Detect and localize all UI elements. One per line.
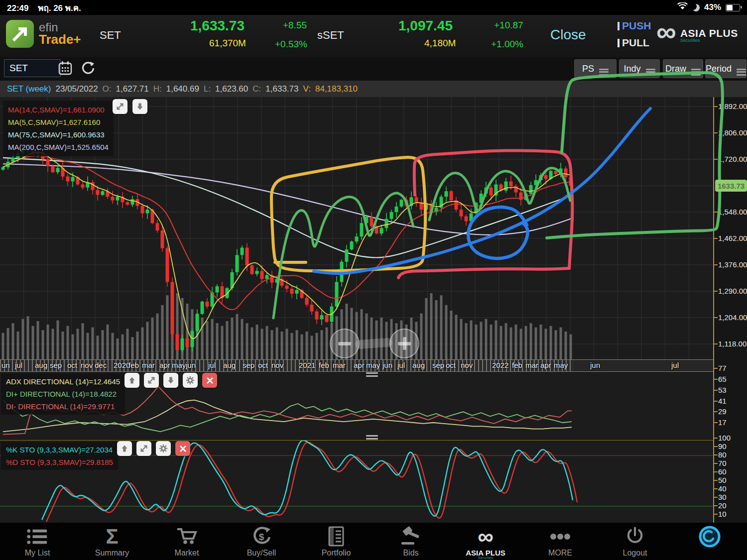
- time-axis-scrollbar[interactable]: unjulaugsepoctnovdec2020febmaraprmayjunj…: [0, 359, 713, 372]
- wifi-icon: [677, 2, 688, 13]
- chart-menu-button-indy[interactable]: Indy: [619, 59, 660, 78]
- nav-label: Bids: [403, 549, 418, 558]
- chart-info-item: 84,183,310: [315, 84, 358, 94]
- nav-item-market[interactable]: Market: [149, 523, 224, 560]
- arrow-up-button[interactable]: [124, 373, 139, 388]
- chart-menu-button-draw[interactable]: Draw: [663, 59, 703, 78]
- push-toggle[interactable]: PUSH: [618, 20, 651, 32]
- svg-text:$: $: [259, 532, 264, 542]
- axis-tick-mark: [714, 463, 718, 464]
- price-tick: 1,290.00: [718, 287, 747, 295]
- axis-tick-mark: [714, 497, 718, 498]
- nav-item-more[interactable]: MORE: [523, 523, 598, 560]
- app-header: efin Trade+ SET 1,633.73 61,370M +8.55 +…: [0, 15, 747, 57]
- calendar-icon[interactable]: [57, 59, 74, 77]
- sto-tick: 80: [718, 450, 727, 459]
- time-axis-label: aug: [412, 361, 425, 369]
- chart-info-item: V:: [303, 84, 310, 94]
- button-label: Indy: [623, 64, 640, 74]
- chart-info-item: 1,627.71: [116, 84, 149, 94]
- sset-name[interactable]: sSET: [317, 29, 344, 42]
- hamburger-icon: [646, 62, 655, 76]
- nav-item-logout[interactable]: Logout: [598, 523, 672, 560]
- adx-tick: 41: [718, 397, 727, 405]
- legend-line: %D STO (9,3,3,SMAV)=29.8185: [6, 456, 113, 468]
- legend-line: MA(14,C,SMAV)=1,661.0900: [8, 104, 109, 116]
- nav-item-bids[interactable]: Bids: [374, 523, 448, 560]
- nav-item-asia-plus[interactable]: ∞ASIA PLUSSecurities: [448, 523, 523, 560]
- sset-volume: 4,180M: [424, 38, 456, 49]
- chart-menu-button-period[interactable]: Period: [705, 59, 747, 78]
- pane-resize-handle[interactable]: [366, 372, 378, 377]
- set-name[interactable]: SET: [100, 29, 121, 42]
- gavel-icon: [399, 526, 422, 548]
- time-axis-label: oct: [446, 361, 456, 369]
- nav-label: My List: [25, 549, 50, 558]
- last-price-badge: 1633.73: [715, 180, 747, 192]
- time-axis-label: un: [1, 361, 10, 369]
- close-button[interactable]: [175, 441, 190, 456]
- zoom-in-button[interactable]: [389, 329, 419, 358]
- nav-item-summary[interactable]: ΣSummary: [75, 523, 149, 560]
- time-axis-label: feb: [319, 361, 329, 369]
- sset-change-pct: +1.00%: [491, 39, 523, 50]
- nav-item-assistive[interactable]: [672, 523, 747, 560]
- expand-button[interactable]: [144, 373, 159, 388]
- time-axis-label: sep: [243, 361, 254, 369]
- nav-item-buy-sell[interactable]: $Buy/Sell: [224, 523, 299, 560]
- time-axis-label: aug: [223, 361, 236, 369]
- arrow-up-icon: [121, 445, 128, 452]
- time-axis-label: oct: [67, 361, 77, 369]
- pull-toggle[interactable]: PULL: [618, 37, 649, 49]
- market-status: Close: [550, 27, 586, 43]
- axis-tick-mark: [714, 411, 718, 412]
- close-button[interactable]: [202, 373, 217, 388]
- time-axis-label: feb: [128, 361, 139, 369]
- sto-tick: 30: [718, 493, 727, 501]
- axis-tick-mark: [714, 488, 718, 489]
- zoom-out-button[interactable]: [330, 329, 360, 358]
- gear-button[interactable]: [183, 373, 198, 388]
- legend-line: MA(200,C,SMAV)=1,525.6504: [8, 141, 109, 153]
- dots-icon: [547, 526, 573, 548]
- gear-icon: [159, 444, 168, 453]
- chart-menu-button-ps[interactable]: PS: [574, 59, 617, 78]
- chart-info-item: L:: [204, 84, 211, 94]
- expand-button[interactable]: [136, 441, 151, 456]
- time-axis-label: jun: [186, 361, 196, 369]
- asia-plus-infinity-icon: ∞: [656, 22, 676, 42]
- arrow-down-button[interactable]: [132, 99, 147, 114]
- nav-label: Portfolio: [322, 549, 351, 558]
- time-axis-label: may: [554, 361, 568, 369]
- refresh-icon[interactable]: [80, 59, 97, 77]
- nav-item-my-list[interactable]: My List: [0, 523, 75, 560]
- chart-info-item: H:: [153, 84, 162, 94]
- axis-tick-mark: [714, 422, 718, 423]
- broker-logo: ∞ ASIA PLUS Securities: [656, 25, 738, 45]
- pane-resize-handle[interactable]: [366, 435, 378, 440]
- nav-item-portfolio[interactable]: Portfolio: [299, 523, 374, 560]
- time-axis-label: jul: [397, 361, 405, 369]
- axis-tick-mark: [714, 291, 718, 292]
- axis-tick-mark: [714, 454, 718, 455]
- axis-tick-mark: [714, 390, 718, 391]
- status-left: 22:49 พฤ. 26 พ.ค.: [7, 1, 81, 14]
- nav-label: Logout: [623, 549, 647, 558]
- expand-button[interactable]: [113, 99, 127, 114]
- chart-toolbar: PSIndyDrawPeriod: [0, 57, 747, 81]
- legend-line: DI+ DIRECTIONAL (14)=18.4822: [6, 388, 120, 400]
- gear-button[interactable]: [156, 441, 171, 456]
- battery-icon: [726, 4, 740, 11]
- expand-icon: [139, 444, 148, 453]
- time-axis-label: 2022: [492, 361, 508, 369]
- time-axis-label: jul: [671, 361, 679, 369]
- adx-tick: 65: [718, 375, 727, 383]
- set-change-pct: +0.53%: [275, 39, 307, 50]
- arrow-down-button[interactable]: [163, 373, 178, 388]
- sto-tick: 50: [718, 476, 727, 484]
- arrow-up-button[interactable]: [117, 441, 132, 456]
- axis-tick-mark: [714, 471, 718, 472]
- sto-tick: 70: [718, 459, 727, 467]
- ma-legend: MA(14,C,SMAV)=1,661.0900MA(5,C,SMAV)=1,6…: [3, 101, 114, 156]
- symbol-input[interactable]: [4, 59, 61, 77]
